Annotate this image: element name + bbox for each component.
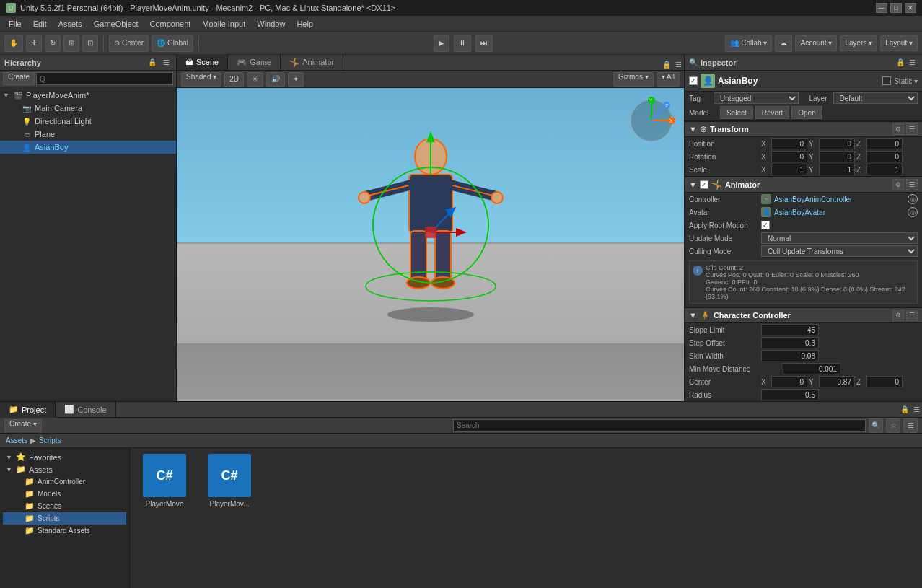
slope-limit-input[interactable] (761, 324, 819, 335)
skin-width-input[interactable] (761, 350, 819, 361)
animator-active-checkbox[interactable]: ✓ (700, 180, 708, 189)
tab-project[interactable]: 📁 Project (0, 402, 56, 418)
collab-button[interactable]: 👥 Collab ▾ (725, 35, 772, 52)
bottom-menu-button[interactable]: ☰ (910, 404, 922, 416)
hierarchy-menu-button[interactable]: ☰ (160, 57, 172, 69)
standard-assets-item[interactable]: 📁 Standard Assets (3, 525, 126, 537)
project-search-button[interactable]: 🔍 (869, 418, 883, 433)
tag-dropdown[interactable]: Untagged (714, 92, 799, 104)
file-player-move-anim[interactable]: C# PlayerMov... (201, 454, 258, 508)
tree-item-camera[interactable]: 📷 Main Camera (0, 102, 176, 115)
transform-menu-button[interactable]: ☰ (906, 123, 918, 135)
culling-mode-dropdown[interactable]: Cull Update Transforms (761, 245, 918, 257)
scripts-item[interactable]: 📁 Scripts (3, 512, 126, 525)
file-player-move[interactable]: C# PlayerMove (136, 454, 193, 508)
step-button[interactable]: ⏭ (475, 35, 493, 52)
layout-dropdown[interactable]: Layout ▾ (880, 35, 918, 51)
layer-dropdown[interactable]: Default (833, 92, 918, 104)
fx-button[interactable]: ✦ (288, 72, 304, 87)
pause-button[interactable]: ⏸ (454, 35, 471, 52)
layers-dropdown[interactable]: Layers ▾ (840, 35, 877, 51)
tree-item-plane[interactable]: ▭ Plane (0, 128, 176, 141)
favorites-item[interactable]: ▼ ⭐ Favorites (3, 451, 126, 463)
position-x-input[interactable] (771, 138, 807, 149)
menu-mobile-input[interactable]: Mobile Input (196, 18, 251, 30)
scenes-item[interactable]: 📁 Scenes (3, 500, 126, 512)
2d-button[interactable]: 2D (224, 72, 244, 87)
bottom-lock-button[interactable]: 🔒 (899, 404, 910, 416)
hierarchy-lock-button[interactable]: 🔒 (146, 57, 158, 69)
rect-tool-button[interactable]: ⊞ (63, 35, 79, 52)
controller-select-button[interactable]: ◎ (908, 194, 918, 204)
inspector-lock-button[interactable]: 🔒 (895, 57, 906, 69)
animator-header[interactable]: ▼ ✓ 🤸 Animator ⚙ ☰ (685, 177, 922, 193)
revert-button[interactable]: Revert (755, 106, 789, 119)
avatar-select-button[interactable]: ◎ (908, 207, 918, 217)
scene-lock-button[interactable]: 🔒 (661, 58, 672, 70)
project-search-input[interactable] (453, 419, 866, 432)
project-filter-button[interactable]: ☆ (886, 418, 900, 433)
object-active-checkbox[interactable]: ✓ (689, 76, 698, 85)
lighting-button[interactable]: ☀ (247, 72, 263, 87)
scale-z-input[interactable] (866, 164, 903, 175)
min-move-dist-input[interactable] (783, 363, 840, 374)
cc-settings-button[interactable]: ⚙ (892, 310, 904, 321)
hierarchy-search-input[interactable] (36, 72, 173, 85)
inspector-menu-button[interactable]: ☰ (906, 57, 918, 69)
minimize-button[interactable]: — (876, 3, 887, 13)
tree-item-scene[interactable]: ▼ 🎬 PlayerMoveAnim* (0, 89, 176, 102)
update-mode-dropdown[interactable]: Normal (761, 232, 918, 244)
play-button[interactable]: ▶ (434, 35, 449, 52)
tab-console[interactable]: ⬜ Console (56, 402, 115, 418)
all-dropdown[interactable]: ▾ All (657, 72, 680, 87)
anim-controller-item[interactable]: 📁 AnimController (3, 475, 126, 488)
rotation-x-input[interactable] (771, 151, 807, 162)
breadcrumb-assets[interactable]: Assets (6, 436, 27, 444)
tab-game[interactable]: 🎮 Game (228, 54, 281, 70)
hierarchy-create-button[interactable]: Create (3, 72, 35, 85)
center-x-input[interactable] (771, 376, 807, 387)
gizmos-dropdown[interactable]: Gizmos ▾ (613, 72, 654, 87)
static-checkbox[interactable] (882, 76, 891, 85)
title-bar-controls[interactable]: — □ ✕ (876, 3, 916, 13)
menu-assets[interactable]: Assets (53, 18, 88, 30)
menu-component[interactable]: Component (144, 18, 196, 30)
select-button[interactable]: Select (720, 106, 753, 119)
menu-edit[interactable]: Edit (27, 18, 53, 30)
menu-file[interactable]: File (3, 18, 27, 30)
close-button[interactable]: ✕ (905, 3, 916, 13)
animator-settings-button[interactable]: ⚙ (892, 179, 904, 190)
account-dropdown[interactable]: Account ▾ (795, 35, 837, 51)
center-z-input[interactable] (866, 376, 903, 387)
scale-x-input[interactable] (771, 164, 807, 175)
tree-item-asianboy[interactable]: 👤 AsianBoy (0, 141, 176, 154)
refresh-button[interactable]: ↻ (45, 35, 61, 52)
shading-dropdown[interactable]: Shaded ▾ (181, 72, 221, 87)
center-y-input[interactable] (819, 376, 855, 387)
global-button[interactable]: 🌐 Global (152, 35, 193, 52)
position-z-input[interactable] (866, 138, 903, 149)
breadcrumb-scripts[interactable]: Scripts (39, 436, 61, 444)
scene-menu-button[interactable]: ☰ (672, 58, 684, 70)
cloud-button[interactable]: ☁ (775, 35, 792, 52)
move-tool-button[interactable]: ✛ (26, 35, 42, 52)
assets-tree-item[interactable]: ▼ 📁 Assets (3, 463, 126, 475)
tree-item-light[interactable]: 💡 Directional Light (0, 115, 176, 128)
cc-menu-button[interactable]: ☰ (906, 310, 918, 321)
menu-window[interactable]: Window (251, 18, 291, 30)
rotation-y-input[interactable] (819, 151, 855, 162)
rotation-z-input[interactable] (866, 151, 903, 162)
animator-menu-button[interactable]: ☰ (906, 179, 918, 190)
menu-gameobject[interactable]: GameObject (88, 18, 144, 30)
character-controller-header[interactable]: ▼ 🧍 Character Controller ⚙ ☰ (685, 307, 922, 323)
center-button[interactable]: ⊙ Center (109, 35, 149, 52)
apply-root-motion-checkbox[interactable]: ✓ (761, 221, 770, 229)
position-y-input[interactable] (819, 138, 855, 149)
hand-tool-button[interactable]: ✋ (4, 35, 23, 52)
models-item[interactable]: 📁 Models (3, 488, 126, 500)
project-create-button[interactable]: Create ▾ (4, 419, 42, 432)
scale-tool-button[interactable]: ⊡ (82, 35, 98, 52)
scale-y-input[interactable] (819, 164, 855, 175)
transform-header[interactable]: ▼ ⊕ Transform ⚙ ☰ (685, 121, 922, 137)
tab-scene[interactable]: 🏔 Scene (177, 54, 228, 70)
